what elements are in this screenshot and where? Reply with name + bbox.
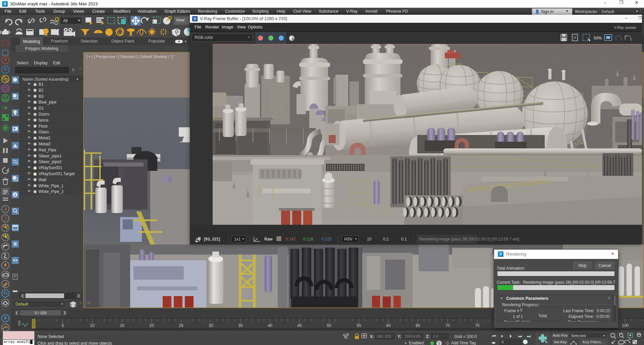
svg-text:100: 100 <box>622 323 629 328</box>
svg-text:60: 60 <box>386 323 391 328</box>
svg-text:35: 35 <box>238 323 243 328</box>
svg-text:25: 25 <box>179 323 183 328</box>
svg-text:55: 55 <box>357 323 361 328</box>
svg-text:50: 50 <box>327 323 331 328</box>
svg-text:65: 65 <box>416 323 420 328</box>
svg-text:45: 45 <box>297 323 302 328</box>
svg-text:40: 40 <box>268 323 272 328</box>
svg-text:50%: 50% <box>594 36 602 41</box>
svg-text:70: 70 <box>445 323 450 328</box>
svg-text:30: 30 <box>209 323 213 328</box>
svg-text:5: 5 <box>62 323 64 328</box>
svg-text:20: 20 <box>149 323 154 328</box>
svg-text:10: 10 <box>90 323 95 328</box>
svg-text:75: 75 <box>475 323 480 328</box>
svg-text:15: 15 <box>120 323 124 328</box>
svg-text:All: All <box>63 18 67 23</box>
